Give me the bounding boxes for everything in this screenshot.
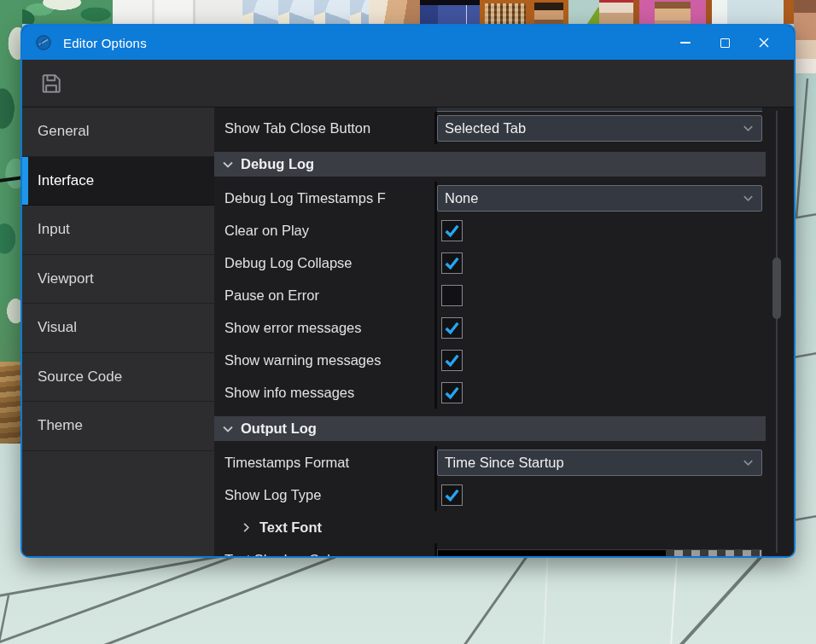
checkbox-show-error-messages[interactable] [441,317,463,339]
property-label: Text Shadow Color [214,552,434,557]
sidebar-item-label: Visual [38,319,77,336]
property-value: None [434,182,794,214]
property-row-debug-log-timestamps-f: Debug Log Timestamps FNone [214,182,794,214]
window-title: Editor Options [63,36,147,50]
flax-logo-icon [34,33,53,52]
chevron-down-icon [742,192,755,205]
settings-panel: Show Tab Close ButtonSelected TabDebug L… [214,107,794,556]
checkbox-pause-on-error[interactable] [441,285,463,306]
property-row-clear-on-play: Clear on Play [214,214,794,247]
sidebar-item-visual[interactable]: Visual [22,304,214,353]
property-row-show-log-type: Show Log Type [214,479,794,511]
section-header-output-log[interactable]: Output Log [214,416,766,441]
property-label: Show Tab Close Button [214,120,434,136]
property-label: Pause on Error [214,287,434,304]
property-row-show-info-messages: Show info messages [214,376,794,409]
scrollbar[interactable] [772,107,781,556]
dropdown-timestamps-format[interactable]: Time Since Startup [437,450,762,476]
property-label: Show warning messages [214,352,434,368]
chevron-right-icon [240,521,253,534]
sidebar-item-label: Input [38,221,70,238]
sidebar-item-label: Theme [38,417,83,434]
check-icon [443,486,461,504]
property-row-show-tab-close-button: Show Tab Close ButtonSelected Tab [214,112,794,144]
chevron-down-icon [221,422,235,436]
chevron-down-icon [742,122,755,135]
property-row-show-warning-messages: Show warning messages [214,344,794,376]
section-header-debug-log[interactable]: Debug Log [214,152,766,177]
check-icon [443,254,461,272]
sidebar-item-theme[interactable]: Theme [22,402,214,451]
property-label: Show info messages [214,385,434,401]
property-label: Clear on Play [214,223,434,239]
sidebar-item-label: Source Code [38,368,122,386]
property-value [434,247,794,279]
window-titlebar[interactable]: Editor Options [22,26,794,60]
property-row-debug-log-collapse: Debug Log Collapse [214,247,794,279]
section-label: Debug Log [241,156,314,172]
color-picker-text-shadow-color[interactable] [437,549,762,556]
maximize-button[interactable] [705,26,744,60]
floppy-disk-icon [38,70,65,97]
property-value [434,376,794,409]
property-value [434,344,794,376]
sidebar-item-general[interactable]: General [22,107,214,157]
checkbox-show-warning-messages[interactable] [441,350,463,371]
dropdown-debug-log-timestamps-f[interactable]: None [437,185,762,212]
property-value [434,279,794,311]
sidebar-item-viewport[interactable]: Viewport [22,255,214,305]
chevron-down-icon [742,456,755,469]
property-value [434,214,794,247]
property-value [434,479,794,511]
close-icon [758,37,770,49]
check-icon [443,319,461,337]
checkbox-debug-log-collapse[interactable] [441,252,463,274]
minimize-icon [680,42,691,44]
close-button[interactable] [744,26,784,60]
dropdown-value: None [445,190,742,206]
checkbox-clear-on-play[interactable] [441,220,463,241]
group-label: Text Font [259,519,322,536]
check-icon [443,222,461,240]
window-body: GeneralInterfaceInputViewportVisualSourc… [22,107,794,556]
minimize-button[interactable] [666,26,705,60]
sidebar-item-input[interactable]: Input [22,206,214,255]
save-button[interactable] [36,68,67,99]
sidebar-item-source-code[interactable]: Source Code [22,353,214,403]
checkbox-show-info-messages[interactable] [441,382,463,403]
group-row-text-font[interactable]: Text Font [214,511,794,543]
property-value: Time Since Startup [434,446,794,479]
sidebar-item-label: General [38,123,89,140]
property-value [434,311,794,344]
dropdown-show-tab-close-button[interactable]: Selected Tab [437,115,762,142]
sidebar-item-label: Viewport [38,270,94,287]
window-toolbar [22,60,794,107]
chevron-down-icon [221,158,235,171]
check-icon [443,384,461,402]
sidebar-item-interface[interactable]: Interface [22,157,214,206]
dropdown-value: Time Since Startup [445,455,742,471]
property-value: Selected Tab [434,112,794,144]
alpha-checkerboard [666,550,761,556]
section-label: Output Log [241,421,317,437]
maximize-icon [720,38,730,48]
property-value [434,543,794,556]
property-label: Debug Log Collapse [214,255,434,271]
sidebar-item-label: Interface [38,172,94,189]
editor-options-window: Editor Options [20,24,796,558]
property-label: Debug Log Timestamps F [214,190,434,206]
property-row-show-error-messages: Show error messages [214,311,794,344]
scrollbar-thumb[interactable] [772,258,781,319]
property-label: Timestamps Format [214,455,434,471]
property-row-timestamps-format: Timestamps FormatTime Since Startup [214,446,794,479]
screen: Editor Options [0,0,816,644]
check-icon [443,351,461,369]
checkbox-show-log-type[interactable] [441,484,463,506]
dropdown-value: Selected Tab [445,120,742,136]
property-row-text-shadow-color: Text Shadow Color [214,543,794,556]
property-label: Show error messages [214,320,434,336]
sidebar: GeneralInterfaceInputViewportVisualSourc… [22,107,214,556]
property-row-pause-on-error: Pause on Error [214,279,794,311]
property-label: Show Log Type [214,487,434,503]
color-solid [438,550,666,556]
